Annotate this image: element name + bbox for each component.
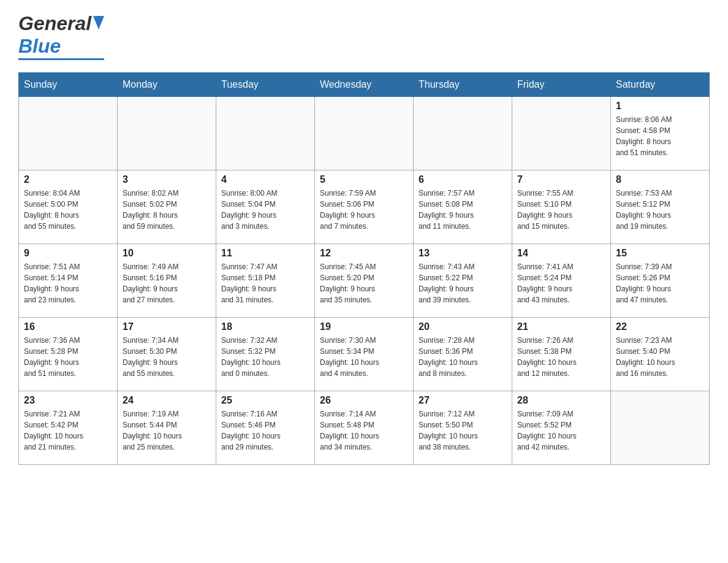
- day-info: Sunrise: 7:09 AMSunset: 5:52 PMDaylight:…: [517, 408, 605, 453]
- day-number: 27: [419, 395, 507, 406]
- calendar-cell: 9Sunrise: 7:51 AMSunset: 5:14 PMDaylight…: [19, 244, 118, 318]
- calendar-cell: 26Sunrise: 7:14 AMSunset: 5:48 PMDayligh…: [315, 391, 414, 465]
- week-row-2: 2Sunrise: 8:04 AMSunset: 5:00 PMDaylight…: [19, 170, 710, 244]
- day-number: 24: [123, 395, 211, 406]
- day-number: 21: [517, 321, 605, 332]
- calendar-cell: 22Sunrise: 7:23 AMSunset: 5:40 PMDayligh…: [611, 318, 710, 391]
- logo-underline: [18, 58, 104, 60]
- day-info: Sunrise: 7:34 AMSunset: 5:30 PMDaylight:…: [123, 335, 211, 379]
- week-row-1: 1Sunrise: 8:06 AMSunset: 4:58 PMDaylight…: [19, 97, 710, 170]
- calendar-cell: 10Sunrise: 7:49 AMSunset: 5:16 PMDayligh…: [118, 244, 216, 318]
- logo-blue-row: Blue: [18, 35, 104, 58]
- day-number: 20: [419, 321, 507, 332]
- day-number: 25: [221, 395, 309, 406]
- calendar-cell: 11Sunrise: 7:47 AMSunset: 5:18 PMDayligh…: [216, 244, 315, 318]
- page-header: General Blue: [18, 12, 710, 60]
- day-number: 10: [123, 248, 211, 259]
- weekday-header-wednesday: Wednesday: [315, 73, 414, 97]
- day-number: 12: [320, 248, 408, 259]
- day-info: Sunrise: 7:55 AMSunset: 5:10 PMDaylight:…: [517, 188, 605, 232]
- day-number: 4: [221, 174, 309, 185]
- day-info: Sunrise: 7:45 AMSunset: 5:20 PMDaylight:…: [320, 261, 408, 305]
- calendar-cell: 15Sunrise: 7:39 AMSunset: 5:26 PMDayligh…: [611, 244, 710, 318]
- day-info: Sunrise: 7:30 AMSunset: 5:34 PMDaylight:…: [320, 335, 408, 379]
- day-info: Sunrise: 7:57 AMSunset: 5:08 PMDaylight:…: [419, 188, 507, 232]
- day-number: 22: [616, 321, 704, 332]
- day-info: Sunrise: 8:06 AMSunset: 4:58 PMDaylight:…: [616, 114, 704, 158]
- calendar-cell: 18Sunrise: 7:32 AMSunset: 5:32 PMDayligh…: [216, 318, 315, 391]
- day-number: 1: [616, 101, 704, 112]
- weekday-header-friday: Friday: [512, 73, 611, 97]
- logo-arrow-icon: [93, 16, 104, 32]
- day-number: 17: [123, 321, 211, 332]
- day-info: Sunrise: 7:47 AMSunset: 5:18 PMDaylight:…: [221, 261, 309, 305]
- day-info: Sunrise: 7:23 AMSunset: 5:40 PMDaylight:…: [616, 335, 704, 379]
- week-row-3: 9Sunrise: 7:51 AMSunset: 5:14 PMDaylight…: [19, 244, 710, 318]
- day-number: 3: [123, 174, 211, 185]
- day-info: Sunrise: 7:26 AMSunset: 5:38 PMDaylight:…: [517, 335, 605, 379]
- day-info: Sunrise: 7:43 AMSunset: 5:22 PMDaylight:…: [419, 261, 507, 305]
- day-info: Sunrise: 7:51 AMSunset: 5:14 PMDaylight:…: [24, 261, 112, 305]
- day-number: 8: [616, 174, 704, 185]
- calendar-cell: 25Sunrise: 7:16 AMSunset: 5:46 PMDayligh…: [216, 391, 315, 465]
- week-row-5: 23Sunrise: 7:21 AMSunset: 5:42 PMDayligh…: [19, 391, 710, 465]
- svg-marker-0: [93, 16, 104, 29]
- day-info: Sunrise: 7:36 AMSunset: 5:28 PMDaylight:…: [24, 335, 112, 379]
- calendar-cell: 7Sunrise: 7:55 AMSunset: 5:10 PMDaylight…: [512, 170, 611, 244]
- day-number: 6: [419, 174, 507, 185]
- day-info: Sunrise: 8:04 AMSunset: 5:00 PMDaylight:…: [24, 188, 112, 232]
- day-info: Sunrise: 7:19 AMSunset: 5:44 PMDaylight:…: [123, 408, 211, 453]
- calendar-cell: 3Sunrise: 8:02 AMSunset: 5:02 PMDaylight…: [118, 170, 216, 244]
- calendar-cell: [315, 97, 414, 170]
- calendar-cell: 2Sunrise: 8:04 AMSunset: 5:00 PMDaylight…: [19, 170, 118, 244]
- calendar-cell: 28Sunrise: 7:09 AMSunset: 5:52 PMDayligh…: [512, 391, 611, 465]
- day-info: Sunrise: 8:02 AMSunset: 5:02 PMDaylight:…: [123, 188, 211, 232]
- day-number: 28: [517, 395, 605, 406]
- day-number: 15: [616, 248, 704, 259]
- calendar-cell: 21Sunrise: 7:26 AMSunset: 5:38 PMDayligh…: [512, 318, 611, 391]
- day-info: Sunrise: 7:49 AMSunset: 5:16 PMDaylight:…: [123, 261, 211, 305]
- calendar-cell: [19, 97, 118, 170]
- calendar-cell: 4Sunrise: 8:00 AMSunset: 5:04 PMDaylight…: [216, 170, 315, 244]
- calendar-cell: 23Sunrise: 7:21 AMSunset: 5:42 PMDayligh…: [19, 391, 118, 465]
- day-info: Sunrise: 7:14 AMSunset: 5:48 PMDaylight:…: [320, 408, 408, 453]
- day-number: 18: [221, 321, 309, 332]
- weekday-header-row: SundayMondayTuesdayWednesdayThursdayFrid…: [19, 73, 710, 97]
- calendar-cell: [611, 391, 710, 465]
- day-number: 14: [517, 248, 605, 259]
- weekday-header-thursday: Thursday: [414, 73, 512, 97]
- day-info: Sunrise: 7:12 AMSunset: 5:50 PMDaylight:…: [419, 408, 507, 453]
- calendar-cell: 13Sunrise: 7:43 AMSunset: 5:22 PMDayligh…: [414, 244, 512, 318]
- calendar-cell: 20Sunrise: 7:28 AMSunset: 5:36 PMDayligh…: [414, 318, 512, 391]
- calendar-cell: 27Sunrise: 7:12 AMSunset: 5:50 PMDayligh…: [414, 391, 512, 465]
- calendar-cell: [118, 97, 216, 170]
- logo-blue-text: Blue: [18, 35, 61, 58]
- day-number: 7: [517, 174, 605, 185]
- day-info: Sunrise: 7:41 AMSunset: 5:24 PMDaylight:…: [517, 261, 605, 305]
- day-number: 19: [320, 321, 408, 332]
- day-number: 2: [24, 174, 112, 185]
- calendar-cell: 19Sunrise: 7:30 AMSunset: 5:34 PMDayligh…: [315, 318, 414, 391]
- calendar-cell: 24Sunrise: 7:19 AMSunset: 5:44 PMDayligh…: [118, 391, 216, 465]
- day-number: 11: [221, 248, 309, 259]
- calendar-cell: [512, 97, 611, 170]
- day-number: 13: [419, 248, 507, 259]
- week-row-4: 16Sunrise: 7:36 AMSunset: 5:28 PMDayligh…: [19, 318, 710, 391]
- calendar-cell: 8Sunrise: 7:53 AMSunset: 5:12 PMDaylight…: [611, 170, 710, 244]
- weekday-header-tuesday: Tuesday: [216, 73, 315, 97]
- calendar-cell: 6Sunrise: 7:57 AMSunset: 5:08 PMDaylight…: [414, 170, 512, 244]
- calendar-table: SundayMondayTuesdayWednesdayThursdayFrid…: [18, 72, 710, 465]
- day-info: Sunrise: 7:21 AMSunset: 5:42 PMDaylight:…: [24, 408, 112, 453]
- day-number: 26: [320, 395, 408, 406]
- day-info: Sunrise: 8:00 AMSunset: 5:04 PMDaylight:…: [221, 188, 309, 232]
- calendar-cell: 17Sunrise: 7:34 AMSunset: 5:30 PMDayligh…: [118, 318, 216, 391]
- day-info: Sunrise: 7:32 AMSunset: 5:32 PMDaylight:…: [221, 335, 309, 379]
- weekday-header-saturday: Saturday: [611, 73, 710, 97]
- calendar-cell: [216, 97, 315, 170]
- day-number: 5: [320, 174, 408, 185]
- day-info: Sunrise: 7:59 AMSunset: 5:06 PMDaylight:…: [320, 188, 408, 232]
- calendar-cell: 12Sunrise: 7:45 AMSunset: 5:20 PMDayligh…: [315, 244, 414, 318]
- calendar-cell: 5Sunrise: 7:59 AMSunset: 5:06 PMDaylight…: [315, 170, 414, 244]
- calendar-cell: 14Sunrise: 7:41 AMSunset: 5:24 PMDayligh…: [512, 244, 611, 318]
- day-info: Sunrise: 7:16 AMSunset: 5:46 PMDaylight:…: [221, 408, 309, 453]
